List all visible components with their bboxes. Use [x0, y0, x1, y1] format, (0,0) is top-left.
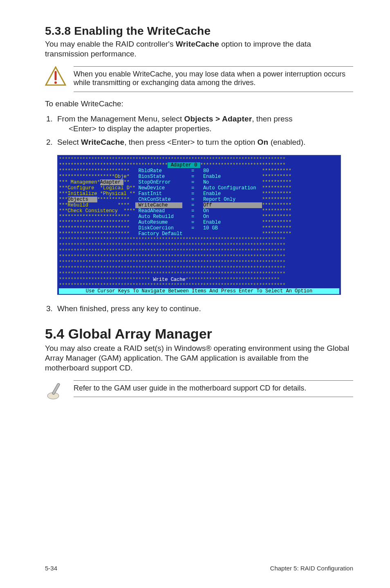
terminal-fill: ****************************************… — [59, 242, 339, 248]
note-icon — [45, 380, 66, 401]
step-2: Select WriteCache, then press <Enter> to… — [55, 137, 353, 148]
warning-icon — [45, 66, 66, 87]
terminal-row: ***Initialize *Physical ** FastInit = En… — [59, 191, 339, 197]
terminal-footer: Use Cursor Keys To Navigate Between Item… — [59, 288, 339, 294]
step2-mid: , then press <Enter> to turn the option — [124, 138, 257, 146]
terminal-row: *** Managemen*Adapter ** StopOnError = N… — [59, 180, 339, 185]
terminal-row: ************************ DiskCoercion = … — [59, 225, 339, 231]
warning-text: When you enable WriteCache, you may lose… — [74, 70, 353, 88]
warning-callout: When you enable WriteCache, you may lose… — [45, 66, 353, 92]
terminal-fill: ****************************************… — [59, 283, 339, 288]
steps-intro: To enable WriteCache: — [45, 99, 353, 108]
terminal-row: ***Rebuild **** WriteCache = Off *******… — [59, 202, 339, 208]
step1-pre: From the Management Menu, select — [57, 114, 184, 123]
step1-mid: , then press — [252, 114, 292, 123]
intro-pre: You may enable the RAID controller's — [45, 40, 176, 48]
terminal-fill: ****************************************… — [59, 248, 339, 254]
section2-para: You may also create a RAID set(s) in Win… — [45, 343, 353, 373]
terminal-row: ************************ Auto Rebuild = … — [59, 214, 339, 220]
footer-page-number: 5-34 — [45, 565, 57, 572]
terminal-row: ***Configure *Logical D** NewDevice = Au… — [59, 185, 339, 191]
terminal-fill: ****************************************… — [59, 260, 339, 265]
svg-point-2 — [54, 81, 57, 84]
write-cache-label: Write Cache — [153, 277, 185, 283]
document-page: 5.3.8 Enabling the WriteCache You may en… — [0, 0, 390, 588]
step-3: When finished, press any key to continue… — [55, 304, 353, 314]
terminal-fill: ****************************************… — [59, 271, 339, 277]
bios-terminal-screenshot: ****************************************… — [57, 155, 341, 295]
terminal-row: ***Check Consistency **** ReadAhead = On… — [59, 208, 339, 214]
note-callout: Refer to the GAM user guide in the mothe… — [45, 380, 353, 401]
step2-post: (enabled). — [268, 138, 305, 146]
step-1: From the Management Menu, select Objects… — [55, 114, 353, 134]
terminal-row: ************************ RbldRate = 80 *… — [59, 168, 339, 174]
terminal-row: ************************ AutoResume = En… — [59, 220, 339, 225]
terminal-row: *******************Obje* BiosState = Ena… — [59, 174, 339, 180]
terminal-row: ************************ Factory Default… — [59, 231, 339, 237]
section-heading-538: 5.3.8 Enabling the WriteCache — [45, 25, 353, 38]
intro-bold: WriteCache — [176, 40, 219, 48]
footer-chapter: Chapter 5: RAID Configuration — [270, 565, 353, 572]
steps-list: From the Management Menu, select Objects… — [45, 114, 353, 148]
step2-b1: WriteCache — [81, 138, 124, 146]
section-heading-54: 5.4 Global Array Manager — [45, 326, 353, 342]
terminal-header-title: Adapter 0 — [168, 162, 200, 168]
step2-b2: On — [258, 138, 269, 146]
note-text: Refer to the GAM user guide in the mothe… — [74, 384, 353, 393]
wc-post: ******************************** — [186, 277, 280, 283]
step1-b1: Objects > Adapter — [184, 114, 252, 123]
terminal-row: ***Objects *********** ChkConState = Rep… — [59, 197, 339, 202]
section-intro: You may enable the RAID controller's Wri… — [45, 39, 353, 59]
steps-list-cont: When finished, press any key to continue… — [45, 304, 353, 314]
terminal-fill: ****************************************… — [59, 237, 339, 242]
step1-line2: <Enter> to display the adapter propertie… — [69, 124, 353, 134]
step2-pre: Select — [57, 138, 81, 146]
terminal-fill: ****************************************… — [59, 265, 339, 271]
page-footer: 5-34 Chapter 5: RAID Configuration — [45, 565, 353, 572]
terminal-fill: ****************************************… — [59, 254, 339, 260]
wc-pre: ******************************* — [59, 277, 153, 283]
